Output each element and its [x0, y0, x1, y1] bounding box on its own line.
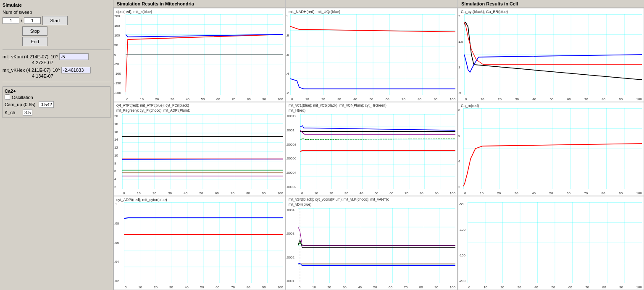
charts-area: dpsi(red); mit_k(blue) 200150100500-50-1…	[113, 8, 644, 290]
chart-mit3-title: cyt_ADPt(red); mit_cytcr(blue)	[116, 197, 167, 203]
y-labels-cell2: 8642	[458, 108, 460, 189]
x-labels-mit3: 0102030405060708090100	[125, 285, 283, 289]
chart-mit1-title: dpsi(red); mit_k(blue)	[116, 9, 152, 15]
param1-name: mit_vKuni (4.214E-07)	[3, 54, 48, 59]
y-labels-mit4: 1.8.6.4.2	[286, 14, 289, 95]
svg-rect-10	[468, 202, 642, 283]
num-sweep-row: Num of sweep	[3, 10, 110, 15]
param1-row: mit_vKuni (4.214E-07) 10^ -5	[3, 53, 110, 60]
chart-mit2: cyt_ATPt(red); mit_ATPt(blue); cyt_PCr(b…	[113, 102, 285, 196]
headers-row: Simulation Results in Mitochondria Simul…	[113, 0, 644, 8]
param2-row: mit_vKHex (4.211E-07) 10^ -2.461833	[3, 67, 110, 73]
chart-mit2-svg	[122, 114, 283, 189]
chart-mit3: cyt_ADPt(red); mit_cytcr(blue) .1.08.06.…	[113, 196, 285, 290]
chart-cell3-svg	[468, 202, 642, 283]
chart-cell3: -50-100-150-200 0102030405060708090100	[458, 196, 644, 290]
chart-mit3-svg	[124, 202, 283, 283]
chart-mit2-title: cyt_ATPt(red); mit_ATPt(blue); cyt_PCr(b…	[116, 103, 190, 113]
svg-rect-4	[290, 14, 455, 95]
chart-mit4-title: mit_NADH(red); mit_UQr(blue)	[289, 9, 340, 15]
k-ch-value: 3.5	[23, 109, 32, 116]
chart-mit6-title: mit_vSN(Black); cyt_vcons(Plum); mit_vLK…	[289, 197, 389, 207]
param1-exp-prefix: 10^	[50, 54, 58, 59]
chart-cell2-title: Ca_m(red)	[461, 103, 479, 109]
k-ch-row: K_ch 3.5	[5, 109, 108, 116]
param2-value: 4.134E-07	[32, 73, 53, 78]
param2-exp-input[interactable]: -2.461833	[61, 67, 91, 73]
x-labels-mit4: 0102030405060708090100	[291, 97, 455, 101]
x-labels-cell1: 0102030405060708090100	[465, 97, 642, 101]
x-labels-mit6: 0102030405060708090100	[299, 285, 455, 289]
simulate-section: Simulate Num of sweep 1 / 1 Start Stop E…	[3, 3, 110, 46]
start-button[interactable]: Start	[42, 16, 68, 25]
ca2-section: Ca2+ Oscillation Cam_up (0.65) 0.542 K_c…	[3, 86, 110, 118]
chart-mit6: mit_vSN(Black); cyt_vcons(Plum); mit_vLK…	[286, 196, 457, 290]
x-labels-mit2: 0102030405060708090100	[123, 191, 283, 195]
current-sweep: 1	[3, 17, 19, 24]
stop-button[interactable]: Stop	[22, 26, 47, 36]
cam-up-label: Cam_up (0.65)	[5, 102, 35, 107]
end-row: End	[3, 37, 110, 46]
mit-header2	[286, 0, 458, 8]
x-labels-mit5: 0102030405060708090100	[301, 191, 455, 195]
col1: dpsi(red); mit_k(blue) 200150100500-50-1…	[113, 8, 286, 290]
svg-rect-3	[124, 202, 283, 283]
chart-mit5: mit_vC1(Blue); mit_vC3(Black); mit_vC4(P…	[286, 102, 457, 196]
chart-cell1: Ca_cyt(black); Ca_ER(blue) 21.51.5 01020…	[458, 8, 644, 102]
col3: Ca_cyt(black); Ca_ER(blue) 21.51.5 01020…	[458, 8, 644, 290]
chart-mit1-svg	[126, 14, 283, 95]
param2-section: mit_vKHex (4.211E-07) 10^ -2.461833 4.13…	[3, 67, 110, 78]
y-labels-mit2: 2018161412108642	[114, 114, 118, 189]
cell-header: Simulation Results in Cell	[458, 0, 644, 8]
chart-cell1-svg	[464, 14, 642, 95]
x-labels-cell3: 0102030405060708090100	[468, 285, 642, 289]
mit-header: Simulation Results in Mitochondria	[113, 0, 286, 8]
simulate-title: Simulate	[3, 3, 110, 8]
svg-rect-9	[463, 108, 642, 189]
chart-mit5-title: mit_vC1(Blue); mit_vC3(Black); mit_vC4(P…	[289, 103, 386, 113]
chart-mit4: mit_NADH(red); mit_UQr(blue) 1.8.6.4.2 0…	[286, 8, 457, 102]
param1-exp-input[interactable]: -5	[59, 53, 89, 60]
oscillation-checkbox[interactable]	[5, 94, 10, 100]
ca2-label: Ca2+	[5, 89, 108, 94]
param2-exp-prefix: 10^	[53, 68, 60, 73]
separator1	[3, 50, 110, 50]
y-labels-mit5: .00012.0001.00008.00006.00004.00002	[286, 114, 296, 189]
sweep-counter-row: 1 / 1 Start	[3, 16, 110, 25]
y-labels-mit1: 200150100500-50-100-150-200	[114, 14, 121, 95]
y-labels-cell3: -50-100-150-200	[459, 202, 465, 283]
y-labels-mit3: .1.08.06.04.02	[114, 202, 119, 283]
chart-mit5-svg	[300, 114, 455, 189]
svg-rect-8	[464, 14, 642, 95]
svg-rect-5	[300, 114, 455, 189]
num-sweep-label: Num of sweep	[3, 10, 32, 15]
main-content: Simulation Results in Mitochondria Simul…	[113, 0, 644, 290]
cam-up-row: Cam_up (0.65) 0.542	[5, 101, 108, 108]
x-labels-mit1: 0102030405060708090100	[126, 97, 283, 101]
param1-value-row: 4.273E-07	[3, 60, 110, 65]
param1-value: 4.273E-07	[32, 60, 53, 65]
end-button[interactable]: End	[22, 37, 47, 46]
sweep-divider: /	[21, 18, 22, 23]
left-panel: Simulate Num of sweep 1 / 1 Start Stop E…	[0, 0, 113, 290]
y-labels-cell1: 21.51.5	[458, 14, 463, 95]
param1-section: mit_vKuni (4.214E-07) 10^ -5 4.273E-07	[3, 53, 110, 65]
cam-up-value: 0.542	[39, 101, 54, 108]
total-sweep: 1	[24, 17, 41, 24]
param2-name: mit_vKHex (4.211E-07)	[3, 68, 50, 73]
chart-cell2-svg	[463, 108, 642, 189]
separator2	[3, 82, 110, 82]
chart-mit1: dpsi(red); mit_k(blue) 200150100500-50-1…	[113, 8, 285, 102]
param2-value-row: 4.134E-07	[3, 73, 110, 78]
chart-mit4-svg	[290, 14, 455, 95]
oscillation-row: Oscillation	[5, 94, 108, 100]
stop-row: Stop	[3, 26, 110, 36]
y-labels-mit6: .0004.0003.0002.0001	[286, 208, 294, 283]
chart-cell1-title: Ca_cyt(black); Ca_ER(blue)	[461, 9, 508, 15]
chart-mit6-svg	[298, 208, 455, 283]
chart-cell2: Ca_m(red) 8642 0102030405060708090100	[458, 102, 644, 196]
k-ch-label: K_ch	[5, 110, 15, 115]
oscillation-label: Oscillation	[12, 95, 33, 100]
svg-rect-2	[122, 114, 283, 189]
x-labels-cell2: 0102030405060708090100	[464, 191, 642, 195]
